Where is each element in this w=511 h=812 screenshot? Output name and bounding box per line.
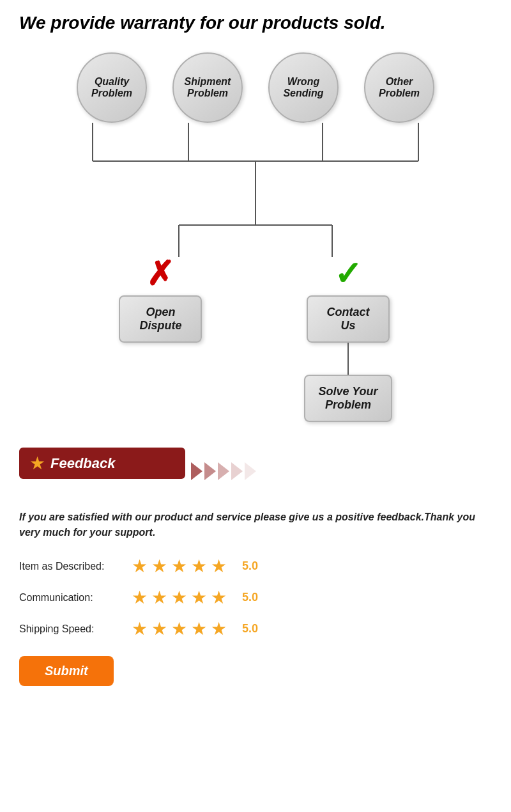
circles-row: QualityProblem ShipmentProblem WrongSend…	[77, 52, 434, 123]
rating-label-communication: Communication:	[19, 592, 121, 604]
branches-row: ✗ OpenDispute ✓ ContactUs Solve YourProb…	[119, 257, 392, 422]
circle-shipment: ShipmentProblem	[172, 52, 243, 123]
star-s4: ★	[191, 618, 207, 639]
stars-item: ★ ★ ★ ★ ★	[132, 556, 227, 577]
wave-3	[218, 462, 229, 480]
rating-label-shipping: Shipping Speed:	[19, 623, 121, 635]
rating-row-communication: Communication: ★ ★ ★ ★ ★ 5.0	[19, 587, 492, 608]
feedback-star-icon: ★	[29, 453, 45, 474]
connector-svg-top	[57, 123, 454, 206]
star-5: ★	[211, 556, 227, 577]
branch-dispute: ✗ OpenDispute	[119, 257, 202, 422]
submit-button[interactable]: Submit	[19, 656, 114, 686]
rating-row-shipping: Shipping Speed: ★ ★ ★ ★ ★ 5.0	[19, 618, 492, 639]
wave-1	[191, 462, 202, 480]
connector-svg-branch	[102, 206, 409, 257]
branch-contact: ✓ ContactUs Solve YourProblem	[304, 257, 392, 422]
feedback-label: Feedback	[50, 455, 116, 472]
star-c2: ★	[151, 587, 167, 608]
score-item: 5.0	[242, 559, 258, 573]
star-s3: ★	[171, 618, 187, 639]
score-communication: 5.0	[242, 591, 258, 604]
stars-shipping: ★ ★ ★ ★ ★	[132, 618, 227, 639]
star-c5: ★	[211, 587, 227, 608]
star-2: ★	[151, 556, 167, 577]
check-icon: ✓	[334, 257, 362, 290]
star-1: ★	[132, 556, 148, 577]
open-dispute-box: OpenDispute	[119, 295, 202, 343]
star-s1: ★	[132, 618, 148, 639]
star-s2: ★	[151, 618, 167, 639]
wave-5	[245, 462, 256, 480]
wave-4	[231, 462, 243, 480]
cross-icon: ✗	[146, 257, 174, 290]
flowchart: QualityProblem ShipmentProblem WrongSend…	[19, 52, 492, 422]
waves-container	[189, 462, 256, 480]
star-c1: ★	[132, 587, 148, 608]
star-s5: ★	[211, 618, 227, 639]
wave-2	[204, 462, 216, 480]
feedback-description: If you are satisfied with our product an…	[19, 510, 479, 540]
star-3: ★	[171, 556, 187, 577]
score-shipping: 5.0	[242, 622, 258, 636]
page-title: We provide warranty for our products sol…	[19, 13, 492, 33]
small-connector	[347, 343, 349, 375]
rating-label-item: Item as Described:	[19, 561, 121, 572]
circle-quality: QualityProblem	[77, 52, 147, 123]
solve-problem-box: Solve YourProblem	[304, 375, 392, 422]
circle-wrong: WrongSending	[268, 52, 339, 123]
feedback-section: ★ Feedback If you are satisfied with our…	[19, 448, 492, 686]
star-c3: ★	[171, 587, 187, 608]
rating-row-item: Item as Described: ★ ★ ★ ★ ★ 5.0	[19, 556, 492, 577]
feedback-banner: ★ Feedback	[19, 448, 185, 479]
circle-other: OtherProblem	[364, 52, 434, 123]
star-4: ★	[191, 556, 207, 577]
contact-us-box: ContactUs	[307, 295, 390, 343]
stars-communication: ★ ★ ★ ★ ★	[132, 587, 227, 608]
star-c4: ★	[191, 587, 207, 608]
